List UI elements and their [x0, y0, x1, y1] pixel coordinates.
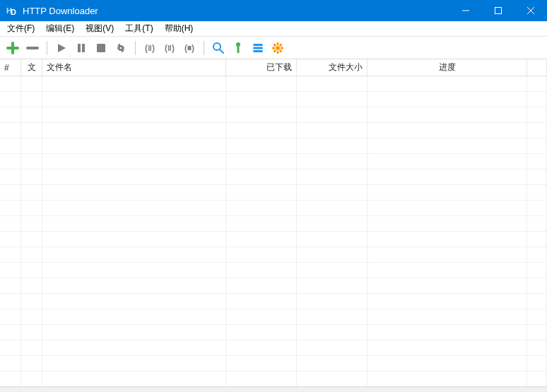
table-row: [0, 76, 547, 92]
window-controls: [449, 0, 547, 21]
table-row: [0, 356, 547, 372]
svg-marker-9: [58, 44, 66, 52]
svg-text:): ): [152, 43, 155, 53]
table-row: [0, 92, 547, 107]
svg-text:(: (: [145, 43, 148, 53]
column-headers: # 文 文件名 已下载 文件大小 进度: [0, 59, 547, 76]
table-row: [0, 138, 547, 154]
menu-edit[interactable]: 编辑(E): [40, 21, 80, 36]
filter-button[interactable]: [230, 40, 247, 57]
menubar: 文件(F) 编辑(E) 视图(V) 工具(T) 帮助(H): [0, 21, 547, 37]
pause-inactive-button[interactable]: (): [161, 40, 178, 57]
svg-text:): ): [172, 43, 175, 53]
remove-button[interactable]: [24, 40, 41, 57]
menu-view[interactable]: 视图(V): [80, 21, 119, 36]
table-row: [0, 325, 547, 340]
svg-rect-18: [168, 45, 170, 51]
table-row: [0, 232, 547, 247]
table-row: [0, 263, 547, 278]
pause-active-button[interactable]: (): [141, 40, 158, 57]
minimize-button[interactable]: [449, 0, 482, 21]
table-row: [0, 123, 547, 138]
svg-rect-38: [273, 43, 276, 47]
svg-line-25: [220, 49, 223, 53]
settings-button[interactable]: [269, 40, 286, 57]
statusbar: [0, 386, 547, 392]
table-row: [0, 170, 547, 185]
menu-file[interactable]: 文件(F): [1, 21, 40, 36]
svg-rect-14: [148, 45, 150, 51]
table-row: [0, 185, 547, 201]
start-button[interactable]: [53, 40, 70, 57]
column-header-size[interactable]: 文件大小: [297, 59, 367, 76]
stop-button[interactable]: [93, 40, 110, 57]
svg-rect-10: [78, 44, 81, 52]
maximize-button[interactable]: [482, 0, 514, 21]
column-header-filename[interactable]: 文件名: [42, 59, 226, 76]
toolbar-separator: [135, 41, 136, 55]
app-icon: HD: [6, 4, 18, 17]
list-button[interactable]: [249, 40, 266, 57]
table-row: [0, 201, 547, 216]
column-header-number[interactable]: #: [0, 59, 21, 76]
add-button[interactable]: [4, 40, 21, 57]
pause-button[interactable]: [73, 40, 90, 57]
svg-text:): ): [192, 43, 194, 53]
svg-rect-36: [279, 43, 283, 47]
toolbar-separator: [204, 41, 204, 55]
svg-rect-15: [151, 45, 152, 51]
download-list[interactable]: [0, 76, 547, 386]
menu-help[interactable]: 帮助(H): [159, 21, 199, 36]
svg-text:(: (: [184, 43, 187, 53]
svg-rect-22: [188, 46, 192, 50]
column-header-type[interactable]: 文: [21, 59, 42, 76]
menu-tools[interactable]: 工具(T): [119, 21, 158, 36]
svg-rect-11: [82, 44, 85, 52]
svg-rect-28: [253, 44, 263, 46]
table-row: [0, 340, 547, 356]
column-header-progress[interactable]: 进度: [367, 59, 527, 76]
svg-point-31: [276, 46, 280, 50]
stop-all-button[interactable]: (): [181, 40, 198, 57]
column-header-tail[interactable]: [527, 59, 547, 76]
table-row: [0, 154, 547, 170]
svg-text:D: D: [11, 8, 16, 16]
column-header-downloaded[interactable]: 已下载: [226, 59, 297, 76]
svg-rect-32: [277, 42, 279, 45]
svg-rect-37: [273, 49, 276, 52]
table-row: [0, 309, 547, 325]
svg-rect-19: [170, 45, 172, 51]
svg-rect-12: [97, 44, 105, 52]
toolbar-separator: [47, 41, 47, 55]
svg-rect-35: [281, 47, 283, 49]
svg-rect-33: [277, 51, 279, 54]
svg-text:(: (: [165, 43, 167, 53]
svg-rect-27: [237, 46, 240, 53]
table-row: [0, 278, 547, 294]
table-row: [0, 247, 547, 263]
table-row: [0, 372, 547, 386]
window-title: HTTP Downloader: [23, 6, 449, 16]
table-row: [0, 107, 547, 123]
titlebar: HD HTTP Downloader: [0, 0, 547, 21]
toolbar: () () (): [0, 37, 547, 59]
svg-rect-29: [253, 47, 263, 49]
search-button[interactable]: [210, 40, 227, 57]
close-button[interactable]: [514, 0, 547, 21]
restart-button[interactable]: [112, 40, 129, 57]
svg-rect-39: [279, 49, 283, 52]
table-row: [0, 216, 547, 232]
table-row: [0, 294, 547, 309]
svg-rect-3: [495, 8, 502, 14]
svg-rect-30: [253, 50, 263, 52]
svg-rect-34: [272, 47, 275, 49]
